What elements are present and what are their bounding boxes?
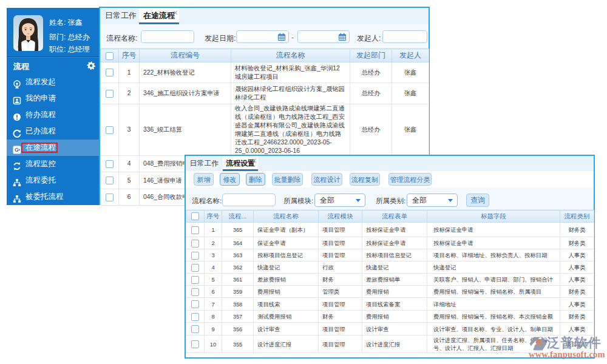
- column-header[interactable]: 流程表单: [362, 211, 427, 223]
- table-row[interactable]: 1222_材料验收登记材料验收登记_材料采购_张鑫_华润12城房建工程项目总经办…: [101, 62, 429, 83]
- table-row[interactable]: 5361差旅费报销财务差旅费报销单关联客户、报销人、申请日期、部门、报销合计人事…: [186, 274, 594, 286]
- sidebar-item-in-transit-flows[interactable]: G在途流程: [7, 140, 100, 156]
- cell-fields: 投标保证金申请: [427, 223, 560, 237]
- sidebar-item-flow-delegate[interactable]: 流程委托: [7, 172, 100, 189]
- sidebar-item-flow-monitor[interactable]: 流程监控: [7, 156, 100, 172]
- cell-name: 费用报销: [254, 286, 319, 298]
- table-row[interactable]: 4362快递登记行政快递登记快递登记人事类: [186, 261, 594, 274]
- tab-daily-work[interactable]: 日常工作: [186, 156, 223, 171]
- add-button[interactable]: 新增: [194, 173, 214, 186]
- row-checkbox[interactable]: [191, 226, 199, 234]
- column-header[interactable]: 流程名称: [231, 49, 350, 62]
- row-checkbox[interactable]: [106, 126, 114, 134]
- column-header[interactable]: 流程名称: [254, 211, 319, 223]
- column-header[interactable]: 流程模块: [319, 211, 362, 223]
- calendar-icon[interactable]: [277, 33, 286, 41]
- table-row[interactable]: 8357测试费用报销财务费用报销费用报销、报销编号、报销名称、本次报销金额财务类: [186, 311, 594, 323]
- query-button[interactable]: 查询: [466, 194, 489, 207]
- cell-fields: 关联客户、报销人、申请日期、部门、报销合计: [427, 274, 560, 286]
- select-value: 全部: [320, 196, 334, 204]
- batch-delete-button[interactable]: 批量删除: [272, 173, 303, 186]
- tab-label: 流程设置: [226, 159, 255, 167]
- tab-in-transit-flows[interactable]: 在途流程×: [139, 8, 179, 24]
- sidebar-item-label: 流程监控: [25, 156, 56, 172]
- flow-name-input[interactable]: [222, 194, 276, 206]
- module-select[interactable]: 全部: [314, 194, 365, 207]
- row-checkbox[interactable]: [191, 252, 199, 260]
- column-header[interactable]: 序号: [119, 49, 140, 62]
- sidebar-item-my-applications[interactable]: 我的申请: [7, 90, 100, 107]
- user-title-value: 总经理: [68, 45, 90, 53]
- flow-design-button[interactable]: 流程设计: [311, 173, 342, 186]
- column-header[interactable]: 发起人: [392, 49, 429, 62]
- tab-label: 日常工作: [105, 11, 137, 20]
- initiator-input[interactable]: [382, 30, 427, 43]
- manage-flow-categories-button[interactable]: 管理流程分类: [388, 173, 432, 186]
- row-checkbox[interactable]: [191, 340, 199, 348]
- row-checkbox[interactable]: [191, 313, 199, 321]
- calendar-icon[interactable]: [338, 33, 347, 41]
- sidebar-item-finished-flows[interactable]: 已办流程: [7, 123, 100, 140]
- row-checkbox[interactable]: [106, 69, 114, 76]
- row-checkbox[interactable]: [106, 194, 114, 201]
- cell-form: 费用报销: [362, 286, 427, 298]
- sidebar-item-label: 待办流程: [25, 107, 56, 123]
- column-header[interactable]: 流程...: [222, 211, 254, 223]
- table-row[interactable]: 3363投标项目信息登记项目管理投标项目信息登记项目名称、详细地址、投标负责人、…: [186, 249, 594, 261]
- column-header[interactable]: 流程类别: [560, 211, 594, 223]
- row-checkbox[interactable]: [191, 240, 199, 248]
- table-row[interactable]: 2346_施工组织设计方案申请晟铭园林绿化工程组织设计方案_晟铭园林绿化工程总经…: [101, 83, 429, 104]
- cell-category: 人事类: [560, 298, 594, 311]
- row-checkbox[interactable]: [191, 276, 199, 284]
- row-checkbox[interactable]: [191, 300, 199, 308]
- date-from-input[interactable]: [236, 30, 289, 43]
- cell-no: 5: [205, 274, 222, 286]
- flow-copy-button[interactable]: 流程复制: [350, 173, 380, 186]
- cell-module: 财务: [319, 311, 362, 323]
- row-checkbox[interactable]: [106, 160, 114, 168]
- close-icon[interactable]: ×: [252, 157, 257, 164]
- table-row[interactable]: 1365保证金申请（副本）项目管理投标保证金申请投标保证金申请财务类: [186, 223, 594, 237]
- table-row[interactable]: 6359费用报销管理类费用报销费用报销、报销编号、报销名称、所属项目财务类: [186, 286, 594, 298]
- cell-module: 管理类: [319, 286, 362, 298]
- table-row[interactable]: 9356设计审查项目管理设计审查设计审查、项目名称、专业、设计人、制单日期人事类: [186, 323, 594, 335]
- tab-flow-settings[interactable]: 流程设置×: [223, 156, 258, 171]
- column-header[interactable]: 发起部门: [350, 49, 392, 62]
- sidebar-item-process-start[interactable]: 流程发起: [7, 74, 100, 90]
- row-checkbox[interactable]: [106, 177, 114, 184]
- cell-no: 2: [119, 83, 140, 104]
- cell-no: 5: [119, 172, 140, 189]
- cell-form: 投标项目信息登记: [362, 249, 427, 261]
- category-select[interactable]: 全部: [407, 194, 458, 207]
- initiator-label: 发起人:: [357, 33, 381, 44]
- cell-code: 365: [222, 223, 254, 237]
- tab-daily-work[interactable]: 日常工作: [105, 8, 137, 24]
- close-icon[interactable]: ×: [173, 9, 178, 16]
- cell-no: 8: [205, 311, 222, 323]
- edit-button[interactable]: 修改: [220, 173, 240, 186]
- column-header[interactable]: 标题字段: [427, 211, 560, 223]
- column-header[interactable]: 序号: [205, 211, 222, 223]
- column-header[interactable]: 流程编号: [140, 49, 231, 62]
- table-row[interactable]: 2364保证金申请项目管理投标保证金申请投标保证金申请财务类: [186, 237, 594, 249]
- row-checkbox[interactable]: [191, 288, 199, 296]
- table-row[interactable]: 10355设计进度汇报项目管理设计进度汇报设计进度汇报、所属项目、任务名称、任务…: [186, 335, 594, 353]
- sidebar-item-pending-flows[interactable]: 待办流程: [7, 107, 100, 123]
- sidebar-item-delegated-flows[interactable]: 被委托流程: [7, 189, 100, 205]
- start-date-label: 发起日期:: [205, 33, 236, 44]
- org-icon: [13, 193, 21, 201]
- row-checkbox[interactable]: [191, 264, 199, 272]
- table-row[interactable]: 7358项目线索项目管理项目线索备案详细地址人事类: [186, 298, 594, 311]
- row-checkbox[interactable]: [191, 325, 199, 333]
- flow-name-input[interactable]: [141, 30, 194, 43]
- table-row[interactable]: 3336_竣工结算收入合同_改建铁路成渝线增建第二直通线（成渝枢纽）电力线路迁改…: [101, 104, 429, 156]
- cell-dept: 总经办: [350, 83, 392, 104]
- redo-icon: [13, 127, 21, 136]
- delete-button[interactable]: 删除: [246, 173, 265, 186]
- date-to-input[interactable]: [297, 30, 350, 43]
- select-all-checkbox[interactable]: [191, 212, 199, 220]
- cell-form: 项目线索备案: [362, 298, 427, 311]
- select-all-checkbox[interactable]: [106, 52, 114, 60]
- gear-icon[interactable]: [87, 61, 95, 70]
- row-checkbox[interactable]: [106, 90, 114, 98]
